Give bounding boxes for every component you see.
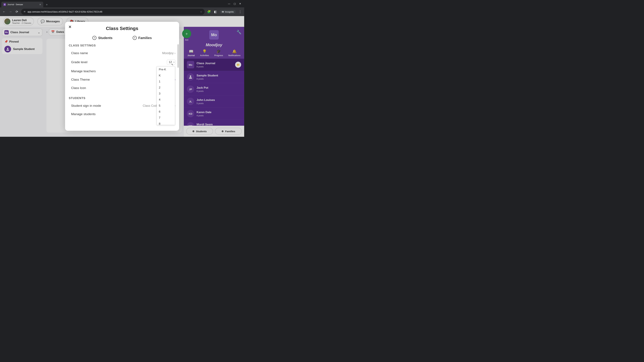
dropdown-option[interactable]: 6 xyxy=(157,109,175,115)
favicon-icon: S xyxy=(3,3,6,6)
plus-circle-icon: + xyxy=(92,36,96,40)
section-class-settings: CLASS SETTINGS xyxy=(69,44,176,47)
address-bar: ← → ⟳ 👁 app.seesaw.me/#/class/class.e01b… xyxy=(0,7,244,16)
modal-tab-students[interactable]: +Students xyxy=(92,36,112,40)
site-info-icon[interactable]: 👁 xyxy=(24,10,26,13)
new-tab-button[interactable]: ＋ xyxy=(45,2,48,6)
dropdown-option[interactable]: 7 xyxy=(157,115,175,121)
app-root: Lauren Deli Teacher · 2 Classes 💬 Messag… xyxy=(0,16,244,137)
dropdown-option[interactable]: 8 xyxy=(157,121,175,125)
sidepanel-icon[interactable]: ◧ xyxy=(213,10,217,13)
window-controls: — ▢ ✕ xyxy=(228,2,243,5)
close-icon[interactable]: ✕ xyxy=(68,25,72,29)
url-bar[interactable]: 👁 app.seesaw.me/#/class/class.e01bf4c2-9… xyxy=(21,9,204,15)
tab-title: Journal - Seesaw xyxy=(8,3,38,6)
reload-icon[interactable]: ⟳ xyxy=(15,10,19,13)
menu-icon[interactable]: ⋮ xyxy=(238,10,242,13)
maximize-icon[interactable]: ▢ xyxy=(234,2,236,5)
incognito-icon: 🕶 xyxy=(222,10,224,13)
dropdown-option[interactable]: 1 xyxy=(157,79,175,85)
dropdown-option[interactable]: Pre-K xyxy=(157,66,175,72)
forward-icon[interactable]: → xyxy=(8,10,12,13)
grade-level-dropdown[interactable]: Pre-KK12345678 xyxy=(157,66,175,125)
extensions-icon[interactable]: 🧩 xyxy=(207,10,211,13)
caret-down-icon: ▾ xyxy=(174,61,174,63)
setting-class-name[interactable]: Class name Moodjoy › xyxy=(69,49,176,57)
setting-grade-level: Grade level 12 ▾ xyxy=(69,57,176,67)
cursor-icon: ↖ xyxy=(172,63,174,66)
close-tab-icon[interactable]: ✕ xyxy=(39,3,41,6)
dropdown-option[interactable]: 2 xyxy=(157,85,175,91)
back-icon[interactable]: ← xyxy=(2,10,6,13)
bookmark-icon[interactable]: ☆ xyxy=(200,10,202,13)
browser-tab[interactable]: S Journal - Seesaw ✕ xyxy=(1,2,43,7)
plus-circle-icon: + xyxy=(133,36,137,40)
modal-tab-families[interactable]: +Families xyxy=(133,36,152,40)
url-text: app.seesaw.me/#/class/class.e01bf4c2-9a2… xyxy=(28,10,102,13)
scrollbar-thumb[interactable] xyxy=(178,44,179,68)
incognito-label: Incognito xyxy=(225,10,234,13)
dropdown-option[interactable]: 5 xyxy=(157,103,175,109)
dropdown-option[interactable]: 4 xyxy=(157,97,175,103)
browser-tab-strip: S Journal - Seesaw ✕ ＋ — ▢ ✕ xyxy=(0,0,244,7)
minimize-icon[interactable]: — xyxy=(228,2,230,5)
close-window-icon[interactable]: ✕ xyxy=(239,2,241,5)
modal-title: Class Settings xyxy=(65,22,179,34)
dropdown-option[interactable]: K xyxy=(157,72,175,79)
grade-level-select[interactable]: 12 ▾ xyxy=(167,60,176,65)
incognito-badge[interactable]: 🕶 Incognito xyxy=(220,10,236,14)
class-settings-modal: ✕ Class Settings +Students +Families CLA… xyxy=(65,22,179,131)
modal-body[interactable]: +Students +Families CLASS SETTINGS Class… xyxy=(65,34,179,128)
modal-tabs: +Students +Families xyxy=(69,36,176,40)
dropdown-option[interactable]: 3 xyxy=(157,91,175,97)
